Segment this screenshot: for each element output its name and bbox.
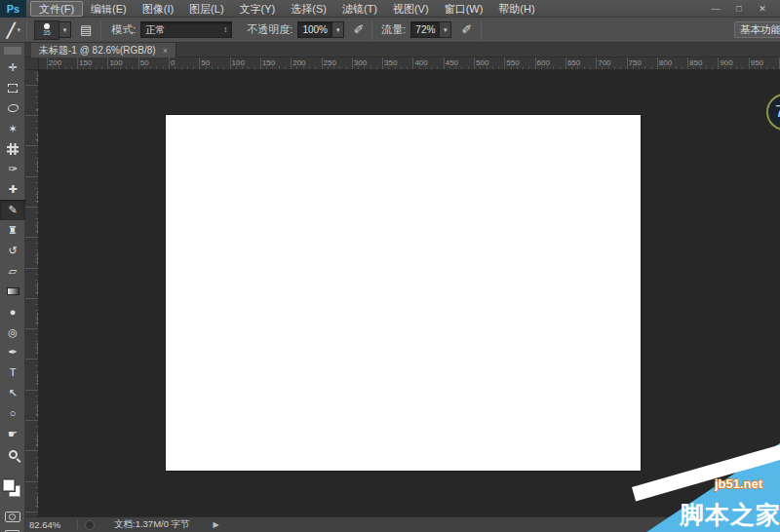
horizontal-ruler[interactable]: 2001501005005010015020025030035040045050…	[39, 57, 780, 70]
document-size-info: 文档:1.37M/0 字节	[114, 518, 190, 531]
ruler-tick	[657, 57, 658, 70]
ruler-minor-tick	[766, 66, 767, 69]
ruler-label: 50	[140, 58, 149, 67]
brush-preset-picker[interactable]: 35	[34, 20, 59, 40]
healing-brush-tool[interactable]: ✚	[0, 179, 25, 200]
ruler-tick	[412, 57, 413, 70]
type-tool-icon: T	[10, 367, 17, 378]
ruler-label: 250	[35, 251, 39, 264]
path-selection-tool[interactable]: ↖	[0, 383, 25, 403]
flow-dropdown[interactable]: ▾	[440, 21, 451, 38]
menu-item-帮助(H)[interactable]: 帮助(H)	[490, 1, 542, 17]
ruler-label: 50	[201, 58, 210, 67]
canvas[interactable]	[166, 115, 641, 471]
crop-tool[interactable]	[0, 139, 25, 160]
airbrush-icon[interactable]: ✐	[461, 22, 472, 37]
close-button[interactable]: ✕	[751, 1, 774, 16]
ruler-label: 600	[35, 465, 39, 477]
ruler-label: 900	[720, 58, 732, 67]
separator	[26, 20, 27, 40]
menu-item-文字(Y)[interactable]: 文字(Y)	[232, 1, 284, 17]
ruler-label: 600	[537, 58, 550, 67]
ruler-label: 200	[49, 58, 61, 67]
ruler-tick	[25, 359, 39, 360]
ruler-label: 300	[354, 58, 367, 67]
menu-item-窗口(W)[interactable]: 窗口(W)	[437, 1, 491, 17]
eyedropper-tool[interactable]: ✑	[0, 159, 25, 179]
vertical-ruler[interactable]: 1005005010015020025030035040045050055060…	[25, 70, 39, 516]
ruler-minor-tick	[523, 66, 524, 69]
ruler-minor-tick	[528, 66, 529, 69]
blend-mode-select[interactable]: 正常 ↕	[140, 21, 232, 38]
brush-preset-dropdown[interactable]: ▾	[59, 21, 71, 38]
magic-wand-tool[interactable]: ✶	[0, 119, 25, 139]
ruler-minor-tick	[35, 493, 38, 494]
menu-item-视图(V)[interactable]: 视图(V)	[385, 1, 437, 17]
pen-pressure-opacity-icon[interactable]: ✐	[353, 22, 364, 37]
ruler-tick	[25, 390, 39, 391]
menu-item-选择(S)[interactable]: 选择(S)	[283, 1, 334, 17]
tool-preset-dropdown-icon[interactable]: ▾	[17, 26, 20, 34]
eraser-tool[interactable]: ▱	[0, 261, 25, 282]
opacity-field[interactable]: 100%	[297, 21, 332, 38]
menu-item-滤镜(T)[interactable]: 滤镜(T)	[334, 1, 385, 17]
healing-brush-tool-icon: ✚	[8, 184, 17, 195]
workspace-switcher-button[interactable]: 基本功能	[734, 21, 780, 38]
ruler-minor-tick	[614, 66, 615, 69]
pen-tool[interactable]: ✒	[0, 342, 25, 362]
gradient-tool[interactable]	[0, 282, 25, 302]
ruler-minor-tick	[584, 66, 585, 69]
menu-item-文件(F)[interactable]: 文件(F)	[30, 1, 83, 17]
ruler-tick	[504, 57, 505, 70]
ruler-tick	[25, 85, 39, 86]
brush-tool-icon: ✎	[8, 205, 17, 215]
menu-item-编辑(E)[interactable]: 编辑(E)	[83, 1, 135, 17]
blur-tool[interactable]: ●	[0, 302, 25, 323]
flow-field[interactable]: 72%	[410, 21, 440, 38]
zoom-percentage-field[interactable]: 82.64%	[29, 519, 70, 530]
ruler-tick	[25, 450, 39, 451]
marquee-tool[interactable]	[0, 78, 25, 98]
watermark-site-name: 脚本之家	[680, 499, 780, 531]
ruler-minor-tick	[35, 433, 38, 434]
brush-tool[interactable]: ✎	[0, 200, 25, 220]
ruler-minor-tick	[437, 66, 438, 69]
toolbox-collapse-handle[interactable]	[0, 43, 24, 57]
minimize-button[interactable]: —	[704, 1, 727, 16]
ruler-origin-corner[interactable]	[25, 57, 39, 70]
ruler-tick	[474, 57, 475, 70]
type-tool[interactable]: T	[0, 362, 25, 383]
foreground-color-swatch[interactable]	[3, 479, 15, 491]
tab-close-icon[interactable]: ×	[163, 46, 168, 56]
move-tool[interactable]: ✛	[0, 57, 25, 78]
status-expand-icon[interactable]: ▶	[214, 520, 219, 529]
opacity-dropdown[interactable]: ▾	[332, 21, 344, 38]
ruler-label: 100	[232, 58, 245, 67]
brush-tool-preview-icon[interactable]: ╱	[7, 22, 15, 38]
ruler-tick	[25, 481, 39, 482]
ellipse-tool[interactable]: ○	[0, 403, 25, 424]
ruler-tick	[25, 176, 39, 177]
menu-item-图像(I)[interactable]: 图像(I)	[135, 1, 181, 17]
ruler-minor-tick	[651, 66, 652, 69]
quick-mask-button[interactable]	[5, 512, 20, 522]
history-brush-tool[interactable]: ↺	[0, 241, 25, 261]
menu-item-图层(L)[interactable]: 图层(L)	[181, 1, 231, 17]
document-tab[interactable]: 未标题-1 @ 82.6%(RGB/8) ×	[31, 43, 176, 57]
clone-stamp-tool[interactable]: ♜	[0, 220, 25, 241]
zoom-tool[interactable]	[0, 444, 25, 465]
document-tab-bar: 未标题-1 @ 82.6%(RGB/8) ×	[25, 43, 780, 57]
updown-icon: ↕	[223, 22, 227, 37]
ruler-tick	[25, 328, 39, 329]
crop-tool-icon	[7, 143, 19, 155]
ruler-minor-tick	[248, 66, 249, 69]
ruler-minor-tick	[560, 66, 561, 69]
maximize-button[interactable]: □	[727, 1, 751, 16]
toggle-brush-panel-icon[interactable]: ▤	[80, 22, 92, 37]
ruler-minor-tick	[35, 158, 38, 159]
hand-tool[interactable]: ☛	[0, 424, 25, 444]
dodge-tool[interactable]: ◎	[0, 323, 25, 343]
ruler-tick	[322, 57, 323, 70]
ruler-tick	[199, 57, 200, 70]
lasso-tool[interactable]	[0, 98, 25, 119]
